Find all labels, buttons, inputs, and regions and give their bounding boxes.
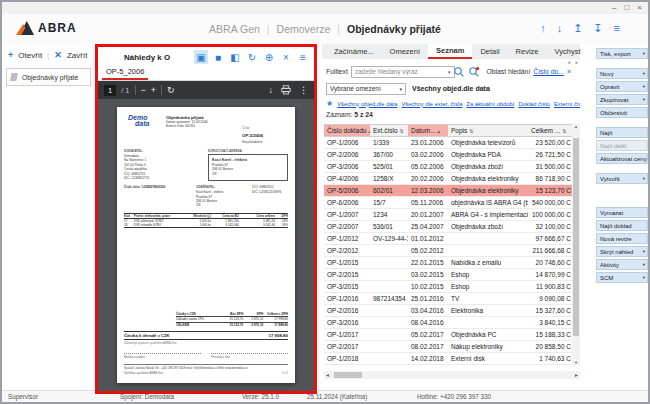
pdf-page-input[interactable]: 1	[104, 85, 116, 96]
cell: OP-4/2006	[324, 173, 370, 184]
nov-button[interactable]: Nový▾	[596, 68, 648, 79]
table-row[interactable]: OP-5/2006602/0112.03.2006Objednávka elek…	[324, 185, 572, 197]
tab-revize[interactable]: Revize	[508, 45, 547, 58]
next-record-icon[interactable]: ↓	[557, 22, 563, 35]
vertical-scroll-thumb[interactable]	[573, 138, 579, 336]
last-record-icon[interactable]: ↧	[593, 22, 602, 35]
cell: 03.02.2006	[408, 149, 448, 160]
table-row[interactable]: OP-2/201708.02.2017Nákup elektroniky20 8…	[324, 341, 572, 353]
table-row[interactable]: OP-6/200615/705.11.2006objednávka IS ABR…	[324, 197, 572, 209]
maximize-icon[interactable]: □	[624, 3, 629, 13]
aktualizovat-ceny-button[interactable]: Aktualizovat ceny	[596, 153, 648, 164]
quick-filter-doklad-slo[interactable]: Doklad číslo	[518, 101, 550, 107]
naj-t-doklad-button[interactable]: Najít doklad	[596, 220, 648, 231]
restriction-value: Všechny objed.dle data	[412, 85, 490, 92]
table-row[interactable]: OP-1/201698721435425.01.2016TV9 090,08 C	[324, 293, 572, 305]
restriction-dropdown[interactable]: Vybrané omezení ▾	[326, 83, 406, 95]
sort-asc-icon: ▴	[438, 128, 441, 134]
scroll-left-icon[interactable]: ◄	[325, 371, 330, 379]
table-row[interactable]: OP-2/2007536/0125.04.2007Objednávka zbož…	[324, 221, 572, 233]
search-scope-link[interactable]: Číslo do...	[533, 68, 564, 75]
close-preview-icon[interactable]: ×	[279, 50, 293, 64]
zoom-out-icon[interactable]: −	[141, 84, 146, 96]
scroll-down-icon[interactable]: ▼	[572, 360, 580, 365]
web-view-icon[interactable]: ⊕	[262, 50, 276, 64]
tab-seznam[interactable]: Seznam	[428, 44, 472, 59]
fulltext-input[interactable]	[351, 66, 455, 78]
tab-za-n-me[interactable]: Začínáme...	[326, 45, 382, 58]
open-button[interactable]: Otevřít	[18, 51, 42, 60]
zoom-in-icon[interactable]: +	[151, 84, 156, 96]
print-icon[interactable]	[281, 85, 291, 95]
horizontal-scroll-thumb[interactable]	[334, 372, 362, 378]
table-row[interactable]: OP-1/201705.02.2017Objednávka PC15 188,3…	[324, 329, 572, 341]
nov-revize-button[interactable]: Nová revize	[596, 233, 648, 244]
main-menu-icon[interactable]: ≡	[614, 22, 620, 35]
pdf-viewport[interactable]: Demo data Objednávka přijatá Datum vysta…	[98, 99, 314, 391]
table-row[interactable]: OP-1/2007123420.01.2007ABRA G4 - s imple…	[324, 209, 572, 221]
column-header-slo-dokladu[interactable]: Číslo dokladu▴	[324, 125, 370, 136]
preview-pane-icon[interactable]: ▣	[194, 50, 208, 64]
prev-record-icon[interactable]: ↑	[540, 22, 546, 35]
vytvo-it-button[interactable]: Vytvořit▾	[596, 173, 648, 184]
quick-filter-v-echny-objed-dle-data[interactable]: Všechny objed.dle data	[337, 101, 397, 107]
column-header-popis[interactable]: Popis⇅	[448, 125, 528, 136]
download-icon[interactable]: ↓	[269, 84, 274, 96]
table-row[interactable]: OP-2/201603.04.2016Elektronika15 327,60 …	[324, 305, 572, 317]
tab-omezen[interactable]: Omezení	[382, 45, 428, 58]
sidebar-item-objednavky-prijate[interactable]: Objednávky přijaté	[6, 68, 91, 86]
table-row[interactable]: OP-2/201503.02.2015Eshop14 870,99 C	[324, 269, 572, 281]
table-row[interactable]: OP-4/20061258/X20.02.2006Objednávka elek…	[324, 173, 572, 185]
scm-button[interactable]: SCM▾	[596, 272, 648, 283]
skr-t-n-hled-button[interactable]: Skrýt náhled▾	[596, 246, 648, 257]
tisk-export-button[interactable]: Tisk, export▾	[596, 48, 648, 59]
cell: Eshop	[448, 269, 528, 280]
chevron-down-icon: ▾	[643, 249, 645, 254]
table-row[interactable]: OP-3/2006525/0105.02.2006Objednávka zbož…	[324, 161, 572, 173]
favorite-star-icon[interactable]: ★	[326, 99, 333, 108]
close-icon[interactable]: ×	[637, 3, 642, 13]
search-more-icon[interactable]: »	[567, 68, 571, 75]
aktivity-button[interactable]: Aktivity▾	[596, 259, 648, 270]
cell: Objednávka elektroniky	[448, 173, 528, 184]
pdf-more-icon[interactable]: ⋮	[299, 84, 308, 96]
close-button[interactable]: Zavřít	[67, 51, 87, 60]
cell: 32 100,00 C	[528, 221, 572, 232]
search-next-icon[interactable]	[468, 66, 480, 78]
search-icon[interactable]	[453, 66, 465, 78]
quick-filter-extern-slo[interactable]: Externí číslo	[554, 101, 580, 107]
rotate-icon[interactable]: ↻	[167, 84, 175, 96]
cell: 540 000,00 C	[528, 197, 572, 208]
table-row[interactable]: OP-1/201522.01.2015Nabídka z emailu20 74…	[324, 257, 572, 269]
tab-vychyst[interactable]: Vychyst	[547, 45, 589, 58]
scroll-up-icon[interactable]: ▲	[572, 124, 580, 129]
split-view-icon[interactable]: ◧	[228, 50, 242, 64]
full-view-icon[interactable]: ■	[211, 50, 225, 64]
table-row[interactable]: OP-1/20061/33923.01.2006Objednávka telev…	[324, 137, 572, 149]
opravit-button[interactable]: Opravit▾	[596, 81, 648, 92]
table-row[interactable]: OP-1/2012OV-129-44-1201.01.201297 666,67…	[324, 233, 572, 245]
preview-tab-op5-2006[interactable]: OP-5_2006	[102, 67, 148, 80]
quick-filter-v-echny-dle-exter-sla[interactable]: Všechny dle exter. čísla	[401, 101, 462, 107]
table-row[interactable]: OP-2/2006367/0003.02.2006Objednávka PDA2…	[324, 149, 572, 161]
preview-menu-icon[interactable]: ≡	[296, 50, 310, 64]
vertical-scrollbar[interactable]: ▲ ▼	[572, 124, 580, 365]
table-row[interactable]: OP-1/201814.02.2018Externí disk1 740,63 …	[324, 353, 572, 365]
tab-detail[interactable]: Detail	[472, 45, 507, 58]
vymazat-button[interactable]: Vymazat	[596, 207, 648, 218]
zkop-rovat-button[interactable]: Zkopírovat▾	[596, 94, 648, 105]
first-record-icon[interactable]: ↥	[573, 22, 582, 35]
scroll-right-icon[interactable]: ►	[574, 371, 579, 379]
table-row[interactable]: OP-3/201510.02.2015Eshop11 900,83 C	[324, 281, 572, 293]
ob-erstvit-button[interactable]: Občerstvit	[596, 107, 648, 118]
naj-t-button[interactable]: Najít	[596, 127, 648, 138]
table-row[interactable]: OP-2/201205.02.2012211 666,68 C	[324, 245, 572, 257]
horizontal-scrollbar[interactable]: ◄ ►	[324, 371, 580, 379]
refresh-preview-icon[interactable]: ↻	[245, 50, 259, 64]
column-header-ext-slo[interactable]: Ext.číslo⇅	[370, 125, 408, 136]
column-header-celkem[interactable]: Celkem ...⇅	[528, 125, 572, 136]
table-row[interactable]: OP-3/201608.04.20163 840,15 C	[324, 317, 572, 329]
quick-filter-za-aktu-ln-obdob[interactable]: Za aktuální období	[466, 101, 514, 107]
column-header-datum[interactable]: Datum...▴	[408, 125, 448, 136]
minimize-icon[interactable]: –	[612, 3, 616, 13]
